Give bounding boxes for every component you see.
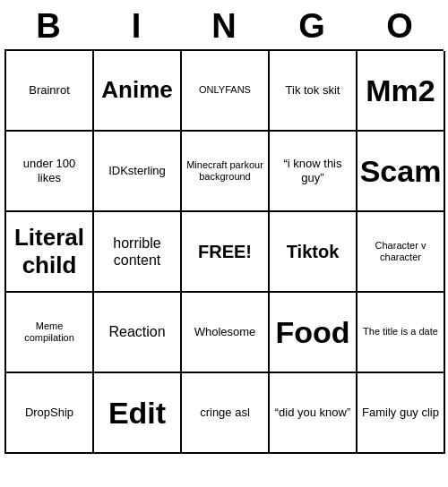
cell-1-4: Scam (358, 132, 445, 212)
cell-text: Scam (360, 153, 442, 190)
title-letter: N (187, 7, 261, 46)
cell-text: ONLYFANS (199, 84, 251, 96)
cell-text: Meme compilation (10, 320, 89, 344)
cell-4-0: DropShip (6, 373, 94, 454)
cell-text: Brainrot (29, 83, 70, 98)
cell-4-1: Edit (94, 373, 182, 454)
cell-text: Character v character (361, 240, 440, 263)
cell-3-0: Meme compilation (6, 293, 94, 373)
cell-text: Anime (101, 76, 172, 104)
cell-4-3: “did you know” (270, 373, 358, 454)
cell-text: Food (275, 314, 349, 351)
bingo-title: BINGO (4, 5, 444, 49)
cell-2-0: Literal child (6, 212, 94, 293)
cell-1-1: IDKsterling (94, 132, 182, 212)
title-letter: I (99, 7, 173, 46)
cell-1-0: under 100 likes (6, 132, 94, 212)
cell-text: “did you know” (275, 406, 351, 420)
cell-0-1: Anime (94, 51, 182, 132)
cell-0-4: Mm2 (358, 51, 445, 132)
cell-text: DropShip (25, 406, 73, 420)
cell-3-2: Wholesome (182, 293, 270, 373)
cell-1-3: “i know this guy” (270, 132, 358, 212)
cell-0-3: Tik tok skit (270, 51, 358, 132)
cell-text: Reaction (108, 323, 165, 340)
cell-text: “i know this guy” (273, 157, 352, 184)
cell-3-3: Food (270, 293, 358, 373)
cell-3-1: Reaction (94, 293, 182, 373)
cell-text: Tiktok (287, 241, 340, 262)
cell-text: Wholesome (194, 325, 256, 339)
title-letter: G (275, 7, 349, 46)
cell-text: IDKsterling (108, 164, 166, 178)
cell-text: Literal child (10, 224, 89, 279)
cell-0-2: ONLYFANS (182, 51, 270, 132)
cell-1-2: Minecraft parkour background (182, 132, 270, 212)
cell-4-2: cringe asl (182, 373, 270, 454)
cell-text: FREE! (198, 241, 252, 262)
bingo-card: BINGO BrainrotAnimeONLYFANSTik tok skitM… (4, 5, 444, 454)
cell-0-0: Brainrot (6, 51, 94, 132)
cell-3-4: The title is a date (358, 293, 445, 373)
cell-text: horrible content (98, 235, 177, 269)
cell-2-3: Tiktok (270, 212, 358, 293)
cell-text: Mm2 (366, 73, 435, 109)
cell-text: The title is a date (363, 326, 438, 337)
cell-text: Family guy clip (362, 406, 439, 420)
cell-text: Edit (108, 395, 166, 431)
bingo-grid: BrainrotAnimeONLYFANSTik tok skitMm2unde… (4, 49, 444, 454)
cell-text: cringe asl (200, 406, 250, 420)
cell-2-2: FREE! (182, 212, 270, 293)
cell-2-1: horrible content (94, 212, 182, 293)
cell-2-4: Character v character (358, 212, 445, 293)
title-letter: O (363, 7, 436, 46)
cell-text: Tik tok skit (286, 83, 340, 98)
cell-text: under 100 likes (10, 157, 89, 184)
title-letter: B (12, 7, 85, 46)
cell-text: Minecraft parkour background (185, 159, 264, 183)
cell-4-4: Family guy clip (358, 373, 445, 454)
